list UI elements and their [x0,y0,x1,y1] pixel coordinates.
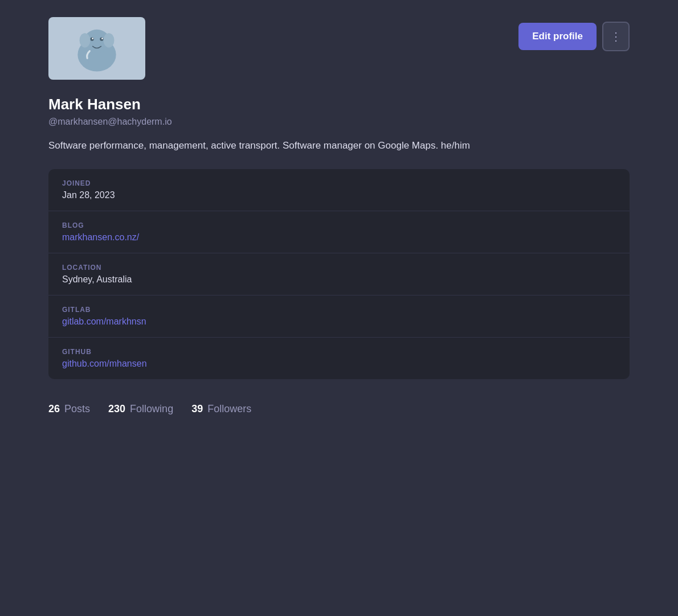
header-actions: Edit profile ⋮ [518,17,630,51]
user-display-name: Mark Hansen [48,96,630,113]
followers-count: 39 [191,403,203,415]
location-label: LOCATION [62,264,616,272]
svg-point-3 [100,38,103,41]
joined-value: Jan 28, 2023 [62,190,616,200]
location-value: Sydney, Australia [62,274,616,285]
more-icon: ⋮ [610,30,622,43]
svg-point-2 [90,38,93,41]
header-row: Edit profile ⋮ [48,17,630,80]
followers-stat[interactable]: 39 Followers [191,403,251,415]
profile-container: Edit profile ⋮ Mark Hansen @markhansen@h… [26,0,652,438]
gitlab-value[interactable]: gitlab.com/markhnsn [62,317,616,327]
svg-point-7 [104,33,115,47]
more-options-button[interactable]: ⋮ [602,22,630,51]
posts-label: Posts [64,403,90,415]
location-row: LOCATION Sydney, Australia [48,253,630,295]
following-stat[interactable]: 230 Following [108,403,173,415]
following-count: 230 [108,403,125,415]
user-bio: Software performance, management, active… [48,138,584,153]
avatar-image [66,20,128,77]
avatar [48,17,145,80]
blog-label: BLOG [62,221,616,229]
stats-row: 26 Posts 230 Following 39 Followers [48,397,630,421]
posts-stat[interactable]: 26 Posts [48,403,90,415]
followers-label: Followers [207,403,251,415]
svg-point-5 [101,38,103,39]
blog-value[interactable]: markhansen.co.nz/ [62,232,616,243]
svg-point-6 [79,33,90,47]
user-handle: @markhansen@hachyderm.io [48,117,630,127]
following-label: Following [130,403,173,415]
gitlab-label: GITLAB [62,306,616,314]
github-row: GITHUB github.com/mhansen [48,338,630,379]
gitlab-row: GITLAB gitlab.com/markhnsn [48,295,630,338]
edit-profile-button[interactable]: Edit profile [518,23,597,50]
joined-row: JOINED Jan 28, 2023 [48,169,630,211]
posts-count: 26 [48,403,60,415]
joined-label: JOINED [62,179,616,187]
svg-point-4 [92,38,93,39]
github-value[interactable]: github.com/mhansen [62,359,616,369]
blog-row: BLOG markhansen.co.nz/ [48,211,630,253]
info-card: JOINED Jan 28, 2023 BLOG markhansen.co.n… [48,169,630,379]
github-label: GITHUB [62,348,616,356]
